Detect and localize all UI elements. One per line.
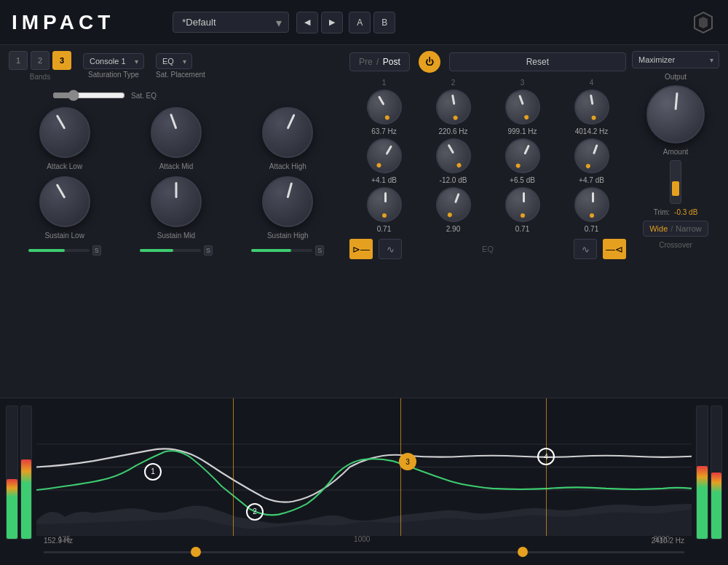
- a-button[interactable]: A: [349, 12, 371, 33]
- freq-labels: 125 1000 8000: [0, 535, 728, 543]
- main-panel: 1 2 3 Bands Console 1 Saturation Type EQ: [0, 45, 728, 398]
- eq-band-2-q-knob[interactable]: [431, 182, 476, 227]
- attack-low-knob[interactable]: [39, 107, 90, 158]
- eq-out-btn[interactable]: —⊲: [603, 239, 626, 259]
- attack-mid-label: Attack Mid: [159, 162, 194, 170]
- attack-high-group: Attack High: [262, 107, 313, 170]
- eq-band-3-freq-knob[interactable]: [500, 84, 545, 130]
- trim-label: Trim:: [654, 208, 670, 216]
- mid-solo-btn[interactable]: S: [204, 245, 213, 256]
- eq-band-1-freq-knob[interactable]: [363, 86, 405, 129]
- attack-low-group: Attack Low: [39, 107, 90, 170]
- sustain-high-knob[interactable]: [262, 176, 313, 227]
- sustain-mid-knob[interactable]: [151, 176, 202, 227]
- brand-icon: [690, 9, 716, 36]
- eq-band-4-gain-knob[interactable]: [569, 133, 614, 178]
- eq-center-label: EQ: [408, 245, 568, 253]
- sat-placement-group: EQ Sat. Placement: [156, 53, 205, 79]
- crossover-dot-right[interactable]: [518, 547, 528, 557]
- power-button[interactable]: ⏻: [419, 51, 440, 73]
- eq-band-3-freq: 999.1 Hz: [507, 127, 537, 135]
- eq-band-1-num: 1: [382, 79, 387, 87]
- vu-fill-2: [21, 459, 32, 539]
- attack-knobs-row: Attack Low Attack Mid Attack High: [9, 107, 344, 170]
- eq-band-3-gain-knob[interactable]: [499, 133, 546, 179]
- slider-row: S S S: [9, 245, 344, 256]
- pre-post-toggle[interactable]: Pre / Post: [349, 52, 410, 71]
- wide-narrow-toggle[interactable]: Wide / Narrow: [643, 221, 708, 237]
- vu-bar-1: [6, 406, 18, 540]
- eq-bands: 1 63.7 Hz +4.1 dB 0.71 2: [349, 79, 626, 233]
- output-knob[interactable]: [646, 85, 705, 143]
- amount-label: Amount: [663, 148, 688, 156]
- sustain-low-label: Sustain Low: [44, 232, 84, 240]
- high-slider-group: S: [251, 245, 324, 256]
- b-button[interactable]: B: [373, 12, 395, 33]
- eq-band-1-gain-knob[interactable]: [360, 132, 408, 180]
- low-slider-bar[interactable]: [28, 249, 90, 252]
- sustain-low-knob[interactable]: [39, 176, 90, 227]
- eq-band-4: 4 4014.2 Hz +4.7 dB 0.71: [574, 79, 609, 233]
- prev-button[interactable]: ◀: [296, 12, 318, 33]
- eq-band-1-q-knob[interactable]: [367, 187, 402, 222]
- top-row: 1 2 3 Bands Console 1 Saturation Type EQ: [9, 51, 344, 81]
- vu-bar-4: [711, 406, 723, 540]
- preset-select[interactable]: *Default: [173, 12, 289, 33]
- eq-band-2-freq-knob[interactable]: [433, 87, 474, 127]
- low-solo-btn[interactable]: S: [92, 245, 101, 256]
- band-btn-2[interactable]: 2: [31, 51, 50, 70]
- attack-mid-group: Attack Mid: [151, 107, 202, 170]
- next-button[interactable]: ▶: [321, 12, 343, 33]
- crossover-freq-right: 2410.2 Hz: [651, 537, 684, 545]
- eq-wave-btn2[interactable]: ∿: [574, 239, 597, 259]
- wide-text: Wide: [649, 224, 668, 233]
- sat-place-select[interactable]: EQ: [156, 53, 192, 69]
- band-node-4[interactable]: 4: [537, 448, 555, 465]
- eq-wave-btn[interactable]: ∿: [379, 239, 402, 259]
- pre-text: Pre: [359, 57, 373, 67]
- sat-type-label: Saturation Type: [83, 71, 144, 79]
- low-slider-group: S: [28, 245, 101, 256]
- sustain-high-group: Sustain High: [262, 176, 313, 240]
- crossover-line-1: [233, 398, 234, 536]
- trim-value: -0.3 dB: [674, 208, 697, 216]
- band-node-2[interactable]: 2: [246, 503, 264, 521]
- sat-eq-slider[interactable]: [52, 90, 125, 101]
- eq-band-3: 3 999.1 Hz +6.5 dB 0.71: [505, 79, 540, 233]
- vu-fill-1: [7, 479, 17, 539]
- band-btn-3[interactable]: 3: [52, 51, 71, 70]
- band-node-1[interactable]: 1: [144, 463, 162, 481]
- sustain-high-label: Sustain High: [267, 232, 309, 240]
- attack-high-knob[interactable]: [262, 107, 313, 158]
- band-btn-1[interactable]: 1: [9, 51, 28, 70]
- high-slider-bar[interactable]: [251, 249, 312, 252]
- eq-in-btn[interactable]: ⊳—: [349, 239, 373, 259]
- vu-bar-3: [696, 406, 708, 540]
- sat-type-select[interactable]: Console 1: [83, 53, 144, 69]
- trim-slider[interactable]: [670, 160, 681, 204]
- eq-band-3-num: 3: [521, 79, 525, 87]
- band-node-3[interactable]: 3: [399, 453, 416, 470]
- eq-band-2-gain-knob[interactable]: [430, 132, 478, 180]
- sat-place-wrapper: EQ: [156, 53, 192, 69]
- sustain-knobs-row: Sustain Low Sustain Mid Sustain High: [9, 176, 344, 240]
- mid-slider-fill: [140, 249, 173, 252]
- vu-left: [6, 406, 32, 540]
- sat-type-wrapper: Console 1: [83, 53, 144, 69]
- attack-mid-knob[interactable]: [151, 107, 202, 158]
- sat-eq-row: Sat. EQ: [9, 90, 344, 101]
- maximizer-select[interactable]: Maximizer: [632, 51, 719, 68]
- eq-band-4-freq-knob[interactable]: [571, 87, 612, 127]
- attack-low-label: Attack Low: [47, 162, 82, 170]
- crossover-dot-left[interactable]: [191, 547, 201, 557]
- crossover-bar: [44, 545, 684, 559]
- reset-button[interactable]: Reset: [449, 52, 626, 71]
- eq-panel: Pre / Post ⏻ Reset 1 63.7 Hz +4.1 dB: [349, 51, 626, 392]
- high-solo-btn[interactable]: S: [315, 245, 324, 256]
- eq-band-4-freq: 4014.2 Hz: [575, 127, 609, 135]
- eq-band-4-q-knob[interactable]: [574, 187, 609, 222]
- left-controls: 1 2 3 Bands Console 1 Saturation Type EQ: [9, 51, 344, 392]
- eq-band-3-q-knob[interactable]: [505, 187, 540, 222]
- mid-slider-bar[interactable]: [140, 249, 201, 252]
- eq-bottom-row: ⊳— ∿ EQ ∿ —⊲: [349, 239, 626, 259]
